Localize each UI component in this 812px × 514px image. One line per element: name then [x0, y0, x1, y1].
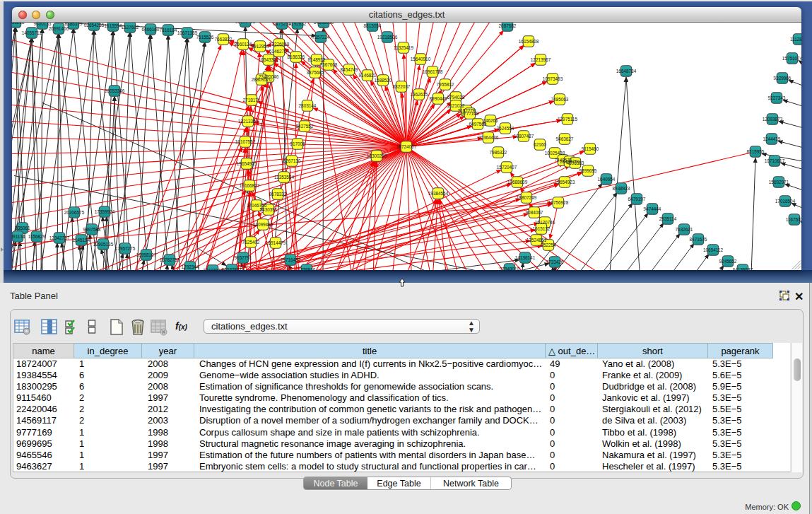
svg-text:19384554: 19384554: [428, 190, 449, 195]
svg-text:28809570: 28809570: [252, 76, 272, 81]
svg-text:15640910: 15640910: [411, 56, 431, 61]
svg-text:17016504: 17016504: [775, 198, 796, 203]
svg-text:8427552: 8427552: [296, 123, 314, 128]
svg-text:9084067: 9084067: [526, 209, 543, 214]
svg-text:18724007: 18724007: [396, 144, 417, 148]
svg-text:1244415: 1244415: [763, 136, 781, 141]
svg-text:15716485: 15716485: [281, 257, 301, 262]
svg-text:8990448: 8990448: [430, 95, 447, 100]
svg-text:10807487: 10807487: [514, 133, 534, 138]
svg-text:13524851: 13524851: [526, 237, 547, 242]
svg-text:20691406: 20691406: [49, 25, 69, 30]
svg-text:10710617: 10710617: [765, 158, 785, 163]
svg-text:14055712: 14055712: [22, 30, 42, 35]
svg-text:9899695: 9899695: [579, 168, 597, 173]
svg-text:8938923: 8938923: [613, 185, 630, 190]
svg-text:4192832: 4192832: [289, 23, 307, 26]
svg-text:19756928: 19756928: [548, 199, 569, 204]
svg-text:16961758: 16961758: [423, 69, 443, 74]
svg-text:96532871: 96532871: [222, 267, 242, 270]
svg-text:1362615: 1362615: [411, 91, 428, 96]
svg-text:6466160: 6466160: [142, 26, 160, 31]
svg-text:10688609: 10688609: [507, 179, 528, 184]
svg-text:5430391: 5430391: [260, 206, 278, 211]
svg-text:15692971: 15692971: [769, 179, 789, 184]
svg-text:16120746: 16120746: [535, 219, 555, 224]
svg-text:12213967: 12213967: [531, 57, 551, 62]
svg-text:6479197: 6479197: [628, 196, 646, 201]
svg-text:8186326: 8186326: [288, 54, 305, 59]
svg-text:10958107: 10958107: [136, 252, 157, 257]
svg-text:14099489: 14099489: [253, 221, 273, 226]
svg-text:8215955: 8215955: [747, 148, 765, 153]
svg-text:8660124: 8660124: [235, 41, 252, 46]
svg-text:6497568: 6497568: [469, 121, 487, 126]
svg-text:16107552: 16107552: [235, 139, 256, 144]
svg-text:64139537: 64139537: [733, 267, 753, 270]
svg-text:2803144: 2803144: [299, 103, 317, 107]
svg-text:252254: 252254: [541, 242, 556, 247]
svg-text:64835030: 64835030: [314, 23, 334, 25]
svg-text:17359924: 17359924: [95, 209, 115, 214]
svg-text:20053346: 20053346: [105, 88, 125, 93]
svg-text:16543362: 16543362: [259, 57, 279, 62]
svg-text:1527602: 1527602: [122, 24, 139, 29]
svg-text:12975115: 12975115: [558, 116, 577, 121]
svg-text:51462704: 51462704: [269, 48, 290, 53]
svg-text:1156829: 1156829: [28, 233, 46, 238]
svg-text:1733426: 1733426: [546, 259, 564, 264]
svg-text:6794028: 6794028: [447, 94, 465, 99]
svg-text:7955812: 7955812: [437, 81, 454, 86]
svg-text:7485063: 7485063: [551, 96, 569, 101]
svg-text:8148932: 8148932: [308, 57, 326, 62]
svg-text:7986322: 7986322: [490, 149, 507, 154]
svg-text:1615594: 1615594: [105, 23, 122, 28]
svg-text:1621022: 1621022: [447, 103, 465, 107]
svg-text:12905135: 12905135: [93, 241, 114, 246]
svg-text:18300295: 18300295: [367, 153, 387, 158]
svg-text:8471676: 8471676: [690, 236, 707, 241]
svg-text:12093873: 12093873: [763, 116, 783, 121]
svg-text:9227343: 9227343: [768, 95, 786, 100]
svg-text:3624554: 3624554: [497, 125, 514, 130]
svg-text:10654112: 10654112: [703, 247, 723, 252]
svg-text:8386379: 8386379: [65, 23, 83, 26]
svg-text:12342737: 12342737: [49, 235, 70, 240]
svg-text:8267130: 8267130: [283, 158, 301, 163]
svg-text:02654235: 02654235: [84, 23, 105, 28]
svg-text:93103413: 93103413: [235, 23, 256, 24]
svg-text:3875685: 3875685: [307, 69, 324, 74]
svg-text:7663822: 7663822: [215, 36, 233, 41]
svg-text:2718176: 2718176: [243, 97, 261, 102]
svg-text:9146821: 9146821: [359, 72, 377, 77]
svg-text:16154808: 16154808: [519, 38, 539, 43]
svg-text:8912954: 8912954: [252, 43, 269, 48]
svg-text:17957275: 17957275: [115, 245, 136, 250]
svg-text:23226058: 23226058: [269, 41, 290, 46]
svg-text:19218506: 19218506: [377, 34, 398, 39]
svg-text:11325419: 11325419: [394, 45, 413, 49]
svg-text:19654923: 19654923: [555, 179, 575, 184]
svg-text:7632621: 7632621: [676, 226, 693, 231]
svg-text:10671385: 10671385: [177, 30, 198, 35]
svg-text:7816184: 7816184: [160, 27, 177, 32]
svg-text:391134: 391134: [12, 233, 25, 238]
svg-text:15720407: 15720407: [497, 164, 517, 169]
svg-text:7625402: 7625402: [242, 239, 260, 244]
svg-text:1588520: 1588520: [375, 77, 392, 82]
svg-text:2087682: 2087682: [499, 23, 517, 28]
svg-text:20206575: 20206575: [64, 209, 85, 214]
svg-text:9474444: 9474444: [644, 206, 661, 211]
svg-text:97848018: 97848018: [500, 266, 520, 270]
svg-text:0433218: 0433218: [12, 23, 25, 25]
svg-text:4896383: 4896383: [567, 160, 584, 165]
svg-text:16914479: 16914479: [266, 240, 286, 245]
svg-text:8454749: 8454749: [341, 66, 358, 71]
svg-text:1615132: 1615132: [533, 226, 551, 230]
svg-text:1145194: 1145194: [73, 237, 90, 242]
svg-text:10973493: 10973493: [543, 76, 563, 81]
svg-text:7515526: 7515526: [196, 34, 214, 39]
svg-text:18807249: 18807249: [517, 194, 537, 199]
svg-text:72423884: 72423884: [203, 267, 223, 270]
svg-text:62160: 62160: [534, 141, 546, 146]
